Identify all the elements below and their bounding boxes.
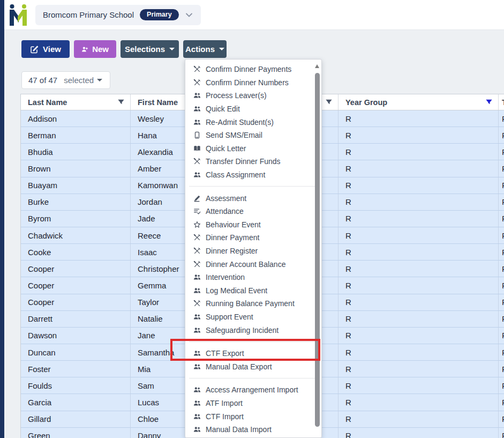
cell-year-group: R [338, 244, 499, 260]
menu-item-ctf-import[interactable]: CTF Import [185, 410, 321, 423]
menu-item-safeguarding-incident[interactable]: Safeguarding Incident [185, 323, 321, 337]
cell-last-name: Foulds [21, 377, 131, 394]
school-phase-badge: Primary [140, 9, 179, 20]
selection-summary-dropdown[interactable]: 47 of 47 selected [21, 71, 110, 89]
filter-funnel-icon[interactable] [117, 99, 125, 106]
menu-item-access-arrangement-import[interactable]: Access Arrangement Import [185, 383, 321, 397]
people-icon [193, 399, 201, 407]
cell-t-column: R [499, 294, 504, 310]
cell-year-group: R [338, 277, 499, 293]
people-icon [193, 363, 201, 370]
cell-last-name: Chadwick [21, 227, 131, 243]
selections-button-label: Selections [125, 44, 165, 54]
new-button[interactable]: New [74, 40, 116, 58]
people-icon [193, 105, 201, 113]
cell-t-column: R [499, 160, 504, 176]
cell-t-column: R [499, 110, 504, 127]
menu-item-transfer-dinner-funds[interactable]: Transfer Dinner Funds [185, 155, 321, 168]
menu-item-class-assignment[interactable]: Class Assignment [185, 168, 321, 182]
list-check-icon [193, 207, 201, 215]
scroll-up-arrow-icon[interactable] [315, 64, 319, 68]
cell-year-group: R [338, 110, 499, 127]
edit-icon [30, 45, 39, 54]
scrollbar-thumb[interactable] [315, 73, 320, 427]
cell-last-name: Dawson [21, 328, 131, 344]
menu-item-confirm-dinner-payments[interactable]: Confirm Dinner Payments [185, 63, 321, 76]
people-icon [193, 426, 201, 433]
cell-last-name: Addison [21, 110, 131, 127]
actions-dropdown-button[interactable]: Actions [183, 40, 227, 58]
people-icon [193, 413, 201, 420]
cell-last-name: Brown [21, 160, 131, 176]
cell-t-column: R [499, 311, 504, 327]
menu-divider [189, 186, 318, 187]
cell-year-group: R [338, 394, 499, 410]
table-column-header[interactable]: Year Group [338, 94, 499, 110]
menu-item-intervention[interactable]: Intervention [185, 271, 321, 284]
menu-item-dinner-account-balance[interactable]: Dinner Account Balance [185, 257, 321, 271]
selections-dropdown-button[interactable]: Selections [121, 40, 179, 58]
people-icon [193, 171, 201, 179]
menu-item-log-medical-event[interactable]: Log Medical Event [185, 284, 321, 298]
menu-item-dinner-register[interactable]: Dinner Register [185, 244, 321, 258]
star-icon [193, 221, 201, 228]
menu-item-confirm-dinner-numbers[interactable]: Confirm Dinner Numbers [185, 76, 321, 90]
cutlery-icon [193, 234, 201, 241]
cell-last-name: Gillard [21, 411, 131, 427]
cell-t-column: R [499, 411, 504, 427]
menu-item-ctf-export[interactable]: CTF Export [185, 347, 321, 360]
menu-item-manual-data-import[interactable]: Manual Data Import [185, 423, 321, 436]
cell-t-column: R [499, 377, 504, 394]
cell-year-group: R [338, 344, 499, 360]
cell-year-group: R [338, 227, 499, 243]
actions-dropdown-menu: Confirm Dinner Payments Confirm Dinner N… [185, 59, 322, 438]
chevron-down-icon [185, 11, 193, 19]
view-button[interactable]: View [21, 40, 70, 58]
menu-item-send-sms-email[interactable]: Send SMS/Email [185, 129, 321, 142]
cell-year-group: R [338, 377, 499, 394]
menu-item-process-leaver-s[interactable]: Process Leaver(s) [185, 89, 321, 102]
cell-year-group: R [338, 211, 499, 227]
new-button-label: New [92, 44, 109, 54]
cell-t-column: R [499, 428, 504, 438]
menu-scrollbar[interactable] [314, 61, 320, 436]
menu-item-quick-edit[interactable]: Quick Edit [185, 102, 321, 116]
cell-last-name: Foster [21, 361, 131, 377]
cell-year-group: R [338, 311, 499, 327]
people-icon [193, 350, 201, 357]
phone-icon [193, 131, 201, 139]
menu-item-atf-import[interactable]: ATF Import [185, 397, 321, 410]
people-icon [193, 92, 201, 99]
menu-item-attendance[interactable]: Attendance [185, 205, 321, 218]
filter-funnel-icon[interactable] [485, 99, 493, 106]
cell-year-group: R [338, 294, 499, 310]
filter-funnel-icon[interactable] [325, 99, 333, 106]
cell-year-group: R [338, 261, 499, 277]
menu-item-running-balance-payment[interactable]: Running Balance Payment [185, 297, 321, 310]
people-icon [193, 287, 201, 294]
actions-menu-items: Confirm Dinner Payments Confirm Dinner N… [185, 63, 321, 436]
menu-item-assessment[interactable]: Assessment [185, 191, 321, 205]
cell-t-column: R [499, 328, 504, 344]
cell-last-name: Buayam [21, 177, 131, 194]
cell-year-group: R [338, 428, 499, 438]
caret-down-icon [97, 79, 102, 81]
cell-t-column: R [499, 361, 504, 377]
cell-year-group: R [338, 361, 499, 377]
menu-item-support-event[interactable]: Support Event [185, 310, 321, 324]
menu-item-manual-data-export[interactable]: Manual Data Export [185, 360, 321, 373]
cell-last-name: Burke [21, 194, 131, 210]
cell-year-group: R [338, 127, 499, 143]
table-column-header[interactable]: Last Name [21, 94, 131, 110]
table-column-header[interactable]: T [499, 94, 504, 110]
menu-item-behaviour-event[interactable]: Behaviour Event [185, 218, 321, 232]
school-selector[interactable]: Bromcom Primary School Primary [35, 5, 201, 25]
menu-item-dinner-payment[interactable]: Dinner Payment [185, 231, 321, 244]
cell-t-column: R [499, 394, 504, 410]
menu-item-quick-letter[interactable]: Quick Letter [185, 142, 321, 155]
menu-divider [189, 342, 318, 342]
cell-t-column: R [499, 144, 504, 160]
cutlery-icon [193, 247, 201, 255]
caret-down-icon [169, 48, 175, 50]
menu-item-re-admit-student-s[interactable]: Re-Admit Student(s) [185, 115, 321, 129]
